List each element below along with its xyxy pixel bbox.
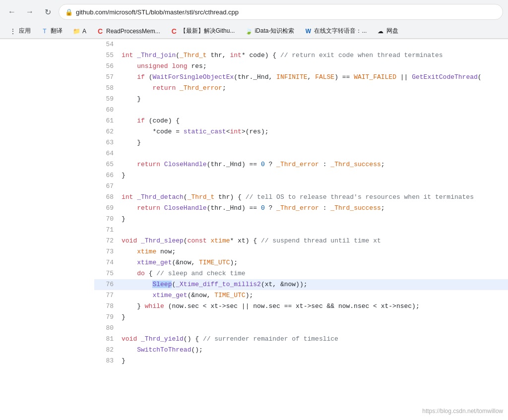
table-row: 75 do { // sleep and check time [94,268,508,279]
back-button[interactable]: ← [5,5,19,19]
line-code: xtime_get(&now, TIME_UTC); [122,290,508,301]
line-number: 72 [94,236,122,246]
line-code: SwitchToThread(); [122,345,508,356]
table-row: 79 } [94,312,508,323]
watermark: https://blog.csdn.net/tomwillow [422,408,503,415]
bookmark-idata-label: iData-知识检索 [254,27,294,35]
line-number: 81 [94,334,122,345]
url-text: github.com/microsoft/STL/blob/master/stl… [76,8,497,16]
bookmark-readprocess-label: ReadProcessMem... [106,28,160,35]
tts-icon: W [304,27,312,35]
refresh-button[interactable]: ↻ [41,5,55,19]
c-icon-2: C [170,27,178,35]
line-number: 58 [94,83,122,94]
table-row: 65 return CloseHandle(thr._Hnd) == 0 ? _… [94,159,508,170]
line-number: 79 [94,312,122,323]
line-number: 59 [94,94,122,105]
line-code [122,323,508,334]
table-row: 58 return _Thrd_error; [94,83,508,94]
line-code: int _Thrd_detach(_Thrd_t thr) { // tell … [122,192,508,203]
line-code: } [122,94,508,105]
address-bar[interactable]: 🔒 github.com/microsoft/STL/blob/master/s… [59,4,503,20]
table-row: 77 xtime_get(&now, TIME_UTC); [94,290,508,301]
table-row: 80 [94,323,508,334]
left-gutter [0,39,94,420]
line-code: return CloseHandle(thr._Hnd) == 0 ? _Thr… [122,159,508,170]
line-number: 57 [94,72,122,83]
line-code: unsigned long res; [122,61,508,72]
line-number: 80 [94,323,122,334]
table-row: 69 return CloseHandle(thr._Hnd) == 0 ? _… [94,203,508,214]
bookmarks-bar: ⋮ 应用 T 翻译 📁 A C ReadProcessMem... C 【最新】… [0,24,508,39]
code-panel[interactable]: 54 55 int _Thrd_join(_Thrd_t thr, int* c… [94,39,508,420]
line-code: xtime now; [122,246,508,257]
table-row: 59 } [94,94,508,105]
browser-chrome: ← → ↻ 🔒 github.com/microsoft/STL/blob/ma… [0,0,508,39]
bookmark-github[interactable]: C 【最新】解决Githu... [166,26,239,36]
code-container: 54 55 int _Thrd_join(_Thrd_t thr, int* c… [0,39,508,420]
line-number: 76 [94,279,122,290]
line-code: } [122,137,508,148]
table-row: 54 [94,39,508,50]
nav-bar: ← → ↻ 🔒 github.com/microsoft/STL/blob/ma… [0,0,508,24]
line-number: 65 [94,159,122,170]
table-row: 70 } [94,214,508,225]
line-code: } [122,170,508,181]
table-row: 83 } [94,356,508,366]
line-code [122,225,508,236]
table-row: 57 if (WaitForSingleObjectEx(thr._Hnd, I… [94,72,508,83]
cloud-icon: ☁ [377,27,384,35]
line-number: 64 [94,148,122,159]
bookmark-apps[interactable]: ⋮ 应用 [5,26,35,36]
table-row: 82 SwitchToThread(); [94,345,508,356]
line-number: 56 [94,61,122,72]
bookmark-tts-label: 在线文字转语音：... [314,27,367,35]
bookmark-apps-label: 应用 [19,27,31,35]
line-number: 68 [94,192,122,203]
bookmark-readprocess[interactable]: C ReadProcessMem... [92,26,164,36]
line-code [122,105,508,116]
table-row: 67 [94,181,508,192]
line-code: } while (now.sec < xt->sec || now.sec ==… [122,301,508,312]
bookmark-cloud[interactable]: ☁ 网盘 [373,26,402,36]
bookmark-translate[interactable]: T 翻译 [37,26,66,36]
line-number: 74 [94,257,122,268]
line-code: if (code) { [122,116,508,126]
line-code: if (WaitForSingleObjectEx(thr._Hnd, INFI… [122,72,508,83]
line-code: Sleep(_Xtime_diff_to_millis2(xt, &now)); [122,279,508,290]
line-number: 60 [94,105,122,116]
table-row: 55 int _Thrd_join(_Thrd_t thr, int* code… [94,50,508,61]
bookmark-tts[interactable]: W 在线文字转语音：... [300,26,371,36]
forward-button[interactable]: → [23,5,37,19]
line-code: void _Thrd_sleep(const xtime* xt) { // s… [122,236,508,246]
line-code: int _Thrd_join(_Thrd_t thr, int* code) {… [122,50,508,61]
table-row: 71 [94,225,508,236]
translate-icon: T [41,27,49,35]
table-row: 78 } while (now.sec < xt->sec || now.sec… [94,301,508,312]
line-code [122,39,508,50]
table-row: 64 [94,148,508,159]
lock-icon: 🔒 [65,8,73,16]
line-code: void _Thrd_yield() { // surrender remain… [122,334,508,345]
line-number: 82 [94,345,122,356]
line-number: 78 [94,301,122,312]
line-code: return _Thrd_error; [122,83,508,94]
bookmark-translate-label: 翻译 [51,27,63,35]
line-code: xtime_get(&now, TIME_UTC); [122,257,508,268]
bookmark-idata[interactable]: 🍃 iData-知识检索 [241,26,298,36]
c-icon-1: C [96,27,104,35]
line-number: 54 [94,39,122,50]
table-row: 56 unsigned long res; [94,61,508,72]
table-row: 68 int _Thrd_detach(_Thrd_t thr) { // te… [94,192,508,203]
line-number: 70 [94,214,122,225]
line-code [122,181,508,192]
table-row: 76 Sleep(_Xtime_diff_to_millis2(xt, &now… [94,279,508,290]
bookmark-a[interactable]: 📁 A [68,26,90,36]
idata-icon: 🍃 [245,27,253,35]
bookmark-github-label: 【最新】解决Githu... [180,27,235,35]
line-number: 62 [94,126,122,137]
line-number: 69 [94,203,122,214]
line-code: } [122,214,508,225]
line-number: 73 [94,246,122,257]
line-code: } [122,356,508,366]
